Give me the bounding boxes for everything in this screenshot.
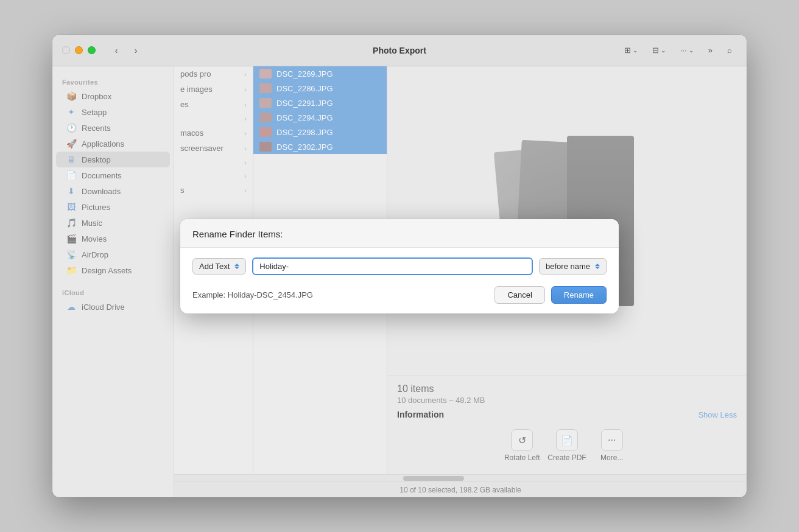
- rename-button[interactable]: Rename: [551, 286, 607, 304]
- dialog-title-bar: Rename Finder Items:: [180, 219, 619, 248]
- add-text-dropdown[interactable]: Add Text: [192, 258, 246, 275]
- chevron-up-icon: [234, 264, 239, 266]
- example-text: Example: Holiday-DSC_2454.JPG: [192, 290, 313, 299]
- text-input-wrapper: [252, 257, 533, 275]
- before-name-dropdown[interactable]: before name: [539, 258, 607, 275]
- chevron-down-icon: [234, 267, 239, 269]
- cancel-button[interactable]: Cancel: [495, 286, 544, 304]
- finder-window: ‹ › Photo Export ⊞ ⌄ ⊟ ⌄ ··· ⌄ » ⌕: [52, 35, 747, 497]
- before-name-label: before name: [546, 262, 590, 271]
- before-name-chevrons-icon: [595, 264, 600, 269]
- rename-text-input[interactable]: [259, 262, 526, 271]
- chevron-up-icon: [595, 264, 600, 266]
- add-text-label: Add Text: [199, 262, 230, 271]
- chevron-down-icon: [595, 267, 600, 269]
- dialog-buttons: Cancel Rename: [495, 286, 607, 304]
- dropdown-chevrons-icon: [234, 264, 239, 269]
- dialog-overlay: Rename Finder Items: Add Text: [52, 35, 747, 497]
- example-row: Example: Holiday-DSC_2454.JPG Cancel Ren…: [192, 284, 607, 304]
- dialog-body: Add Text before name: [180, 248, 619, 313]
- rename-dialog: Rename Finder Items: Add Text: [180, 219, 619, 313]
- dialog-title: Rename Finder Items:: [192, 229, 283, 239]
- dialog-input-row: Add Text before name: [192, 257, 607, 275]
